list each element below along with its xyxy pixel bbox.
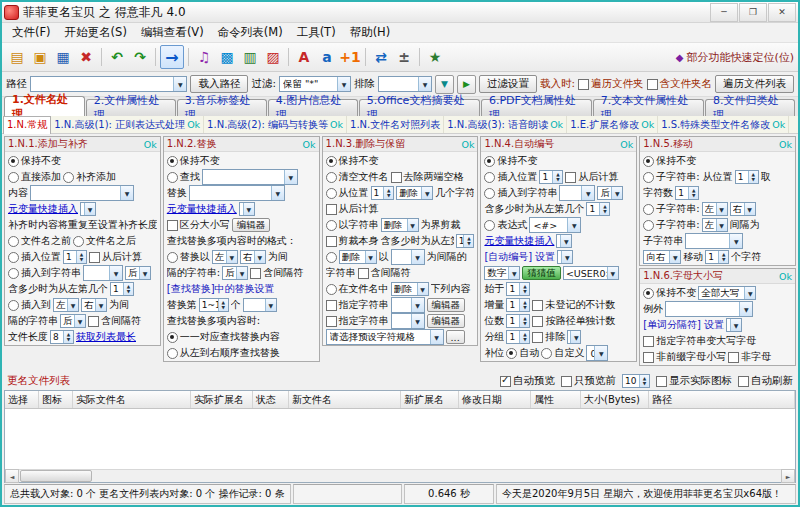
- ok-badge[interactable]: Ok: [620, 139, 633, 150]
- checkbox-option[interactable]: 含间隔符: [358, 266, 411, 280]
- combo-box[interactable]: [665, 301, 753, 317]
- adjust-icon[interactable]: ±: [393, 46, 415, 68]
- path-input[interactable]: [30, 76, 187, 92]
- spinner-arrows-icon[interactable]: [76, 251, 86, 263]
- combo-box[interactable]: [559, 185, 595, 201]
- dropdown[interactable]: 向右: [643, 250, 681, 264]
- chevron-down-icon[interactable]: [744, 203, 755, 215]
- checkbox-option[interactable]: 排除: [532, 330, 565, 344]
- show-real-icons-checkbox[interactable]: 显示实际图标: [656, 374, 732, 388]
- dropdown[interactable]: 删除: [396, 186, 433, 200]
- radio-option[interactable]: 文件名之后: [73, 234, 136, 248]
- chevron-down-icon[interactable]: [365, 251, 376, 263]
- table-body[interactable]: [5, 409, 795, 469]
- chevron-down-icon[interactable]: [561, 251, 572, 263]
- chevron-down-icon[interactable]: [594, 346, 607, 360]
- combo-box[interactable]: 请选择预设字符规格: [326, 329, 444, 345]
- checkbox-option[interactable]: 含间隔符: [250, 266, 303, 280]
- radio-option[interactable]: 补齐添加: [63, 170, 116, 184]
- spinner[interactable]: 1: [506, 298, 530, 312]
- chevron-down-icon[interactable]: [173, 77, 186, 91]
- ok-badge[interactable]: Ok: [144, 139, 157, 150]
- radio-option[interactable]: 子字符串:: [643, 202, 699, 216]
- spinner[interactable]: 1: [371, 186, 395, 200]
- chevron-down-icon[interactable]: [729, 234, 742, 248]
- dropdown[interactable]: 删除: [381, 218, 419, 232]
- combo-box[interactable]: <#>: [529, 217, 581, 233]
- guess-value-button[interactable]: 猜猜值: [522, 266, 561, 280]
- spinner[interactable]: 1: [539, 170, 563, 184]
- tab-main-8[interactable]: 8.文件归类处理: [705, 99, 795, 116]
- chevron-down-icon[interactable]: [74, 315, 85, 327]
- chevron-down-icon[interactable]: [67, 299, 78, 311]
- chevron-down-icon[interactable]: [611, 187, 622, 199]
- dropdown[interactable]: 右: [730, 202, 756, 216]
- spinner[interactable]: 1~1: [199, 298, 229, 312]
- preview-count-spinner[interactable]: 10: [622, 374, 650, 388]
- chevron-down-icon[interactable]: [716, 219, 727, 231]
- radio-option[interactable]: 保持不变: [484, 154, 537, 168]
- radio-option[interactable]: 插入位置: [484, 170, 537, 184]
- menu-item-3[interactable]: 命令列表(M): [211, 24, 290, 41]
- spinner[interactable]: 1: [705, 250, 729, 264]
- dropdown[interactable]: [243, 298, 277, 312]
- dropdown[interactable]: [557, 250, 573, 264]
- swap-icon[interactable]: ⇄: [370, 46, 392, 68]
- close-button[interactable]: ✕: [768, 3, 796, 22]
- filter-apply-icon[interactable]: ▼: [435, 75, 454, 94]
- dropdown[interactable]: [556, 234, 572, 248]
- ok-badge[interactable]: Ok: [461, 139, 474, 150]
- radio-option[interactable]: 文件名之前: [8, 234, 71, 248]
- combo-box[interactable]: [83, 265, 123, 281]
- radio-option[interactable]: 一一对应查找替换内容: [167, 330, 280, 344]
- chevron-down-icon[interactable]: [411, 314, 424, 328]
- spinner-arrows-icon[interactable]: [552, 171, 562, 183]
- chevron-down-icon[interactable]: [407, 219, 418, 231]
- spinner-arrows-icon[interactable]: [519, 315, 529, 327]
- radio-option[interactable]: 从左到右顺序查找替换: [167, 346, 280, 360]
- chevron-down-icon[interactable]: [430, 330, 443, 344]
- column-header-10[interactable]: 路径: [649, 391, 795, 408]
- spinner-arrows-icon[interactable]: [688, 187, 698, 199]
- chevron-down-icon[interactable]: [254, 251, 265, 263]
- dropdown[interactable]: 左: [702, 202, 728, 216]
- combo-box[interactable]: [391, 313, 425, 329]
- radio-option[interactable]: 插入到字符串: [8, 266, 81, 280]
- chevron-down-icon[interactable]: [581, 186, 594, 200]
- tab-main-3[interactable]: 3.音乐标签处理: [177, 99, 267, 116]
- start-rename-icon[interactable]: →: [160, 45, 184, 69]
- office-doc-icon[interactable]: ▥: [239, 46, 261, 68]
- dropdown[interactable]: 全部大写: [698, 286, 756, 300]
- dropdown[interactable]: [80, 202, 96, 216]
- combo-box[interactable]: [202, 169, 298, 185]
- checkbox-option[interactable]: 非前缀字母小写: [643, 350, 726, 364]
- chevron-down-icon[interactable]: [607, 267, 618, 279]
- dropdown[interactable]: 后: [222, 266, 248, 280]
- chevron-down-icon[interactable]: [243, 203, 254, 215]
- dropdown[interactable]: [726, 318, 742, 332]
- insert-variable-link[interactable]: 元变量快捷插入: [8, 202, 78, 216]
- chevron-down-icon[interactable]: [508, 267, 519, 279]
- tab-main-2[interactable]: 2.文件属性处理: [86, 99, 176, 116]
- radio-option[interactable]: 清空文件名: [326, 170, 389, 184]
- dropdown[interactable]: 后: [125, 266, 151, 280]
- chevron-down-icon[interactable]: [417, 283, 428, 295]
- dropdown[interactable]: 数字: [484, 266, 520, 280]
- column-header-4[interactable]: 状态: [253, 391, 289, 408]
- dropdown[interactable]: 后: [60, 314, 86, 328]
- combo-box[interactable]: [391, 297, 425, 313]
- menu-item-1[interactable]: 开始更名(S): [58, 24, 134, 41]
- tab-sub-4[interactable]: 1.N.文件名对照列表: [347, 116, 444, 133]
- spinner[interactable]: 1: [506, 330, 530, 344]
- chevron-down-icon[interactable]: [236, 267, 247, 279]
- radio-option[interactable]: 从位置: [326, 186, 369, 200]
- column-header-5[interactable]: 新文件名: [289, 391, 401, 408]
- radio-option[interactable]: [326, 252, 337, 263]
- radio-option[interactable]: 表达式: [484, 218, 527, 232]
- keep-filter-combo[interactable]: 保留 "*": [279, 76, 351, 92]
- column-header-2[interactable]: 实际文件名: [73, 391, 191, 408]
- spinner[interactable]: 1: [63, 250, 87, 264]
- uppercase-icon[interactable]: A: [293, 46, 315, 68]
- combo-box[interactable]: 0: [586, 345, 608, 361]
- dropdown[interactable]: [567, 330, 581, 344]
